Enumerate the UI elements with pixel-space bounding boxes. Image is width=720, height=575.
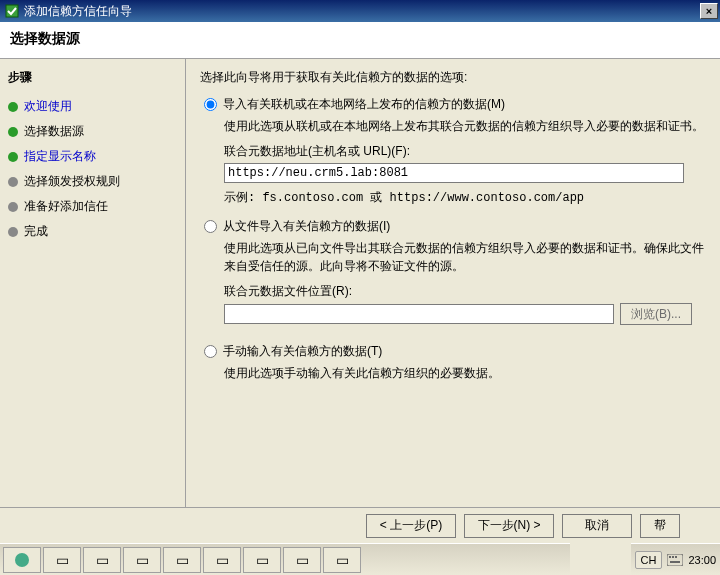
metadata-url-hint: 示例: fs.contoso.com 或 https://www.contoso… [224,189,706,206]
bullet-icon [8,227,18,237]
radio-file-label[interactable]: 从文件导入有关信赖方的数据(I) [223,218,390,235]
metadata-file-label: 联合元数据文件位置(R): [224,283,706,300]
bullet-icon [8,177,18,187]
step-label: 欢迎使用 [24,98,72,115]
browse-button[interactable]: 浏览(B)... [620,303,692,325]
bullet-icon [8,202,18,212]
step-label: 选择数据源 [24,123,84,140]
bullet-icon [8,152,18,162]
svg-rect-4 [672,556,674,558]
wizard-header: 选择数据源 [0,22,720,59]
svg-rect-2 [667,554,683,566]
radio-file[interactable] [204,220,217,233]
page-title: 选择数据源 [10,30,710,48]
step-label: 指定显示名称 [24,148,96,165]
taskbar-item[interactable]: ▭ [123,547,161,573]
taskbar-item[interactable]: ▭ [83,547,121,573]
svg-rect-6 [670,561,680,563]
option-online-metadata[interactable]: 导入有关联机或在本地网络上发布的信赖方的数据(M) [204,96,706,113]
taskbar-item[interactable]: ▭ [43,547,81,573]
option-manual[interactable]: 手动输入有关信赖方的数据(T) [204,343,706,360]
keyboard-icon[interactable] [666,551,684,569]
svg-point-1 [15,553,29,567]
taskbar-item[interactable]: ▭ [283,547,321,573]
help-button[interactable]: 帮 [640,514,680,538]
radio-manual[interactable] [204,345,217,358]
previous-button[interactable]: < 上一步(P) [366,514,456,538]
ime-indicator[interactable]: CH [635,551,663,569]
windows-icon [14,552,30,568]
app-icon [4,3,20,19]
tray-clock[interactable]: 23:00 [688,554,716,566]
taskbar: ▭ ▭ ▭ ▭ ▭ ▭ ▭ ▭ [0,543,570,575]
metadata-url-label: 联合元数据地址(主机名或 URL)(F): [224,143,706,160]
wizard-body: 步骤 欢迎使用 选择数据源 指定显示名称 选择颁发授权规则 准备好添加信任 完成… [0,59,720,539]
steps-sidebar: 步骤 欢迎使用 选择数据源 指定显示名称 选择颁发授权规则 准备好添加信任 完成 [0,59,186,539]
radio-manual-label[interactable]: 手动输入有关信赖方的数据(T) [223,343,382,360]
step-label: 准备好添加信任 [24,198,108,215]
step-label: 完成 [24,223,48,240]
start-button[interactable] [3,547,41,573]
metadata-file-input[interactable] [224,304,614,324]
svg-rect-0 [6,5,18,17]
intro-text: 选择此向导将用于获取有关此信赖方的数据的选项: [200,69,706,86]
option-file-desc: 使用此选项从已向文件导出其联合元数据的信赖方组织导入必要的数据和证书。确保此文件… [224,239,706,275]
option-online-desc: 使用此选项从联机或在本地网络上发布其联合元数据的信赖方组织导入必要的数据和证书。 [224,117,706,135]
option-manual-desc: 使用此选项手动输入有关此信赖方组织的必要数据。 [224,364,706,382]
close-button[interactable]: × [700,3,718,19]
cancel-button[interactable]: 取消 [562,514,632,538]
bullet-icon [8,127,18,137]
taskbar-item[interactable]: ▭ [203,547,241,573]
step-ready: 准备好添加信任 [8,194,177,219]
close-icon: × [706,5,712,17]
step-finish: 完成 [8,219,177,244]
wizard-button-bar: < 上一步(P) 下一步(N) > 取消 帮 [0,507,720,543]
svg-rect-5 [675,556,677,558]
radio-online[interactable] [204,98,217,111]
taskbar-item[interactable]: ▭ [323,547,361,573]
radio-online-label[interactable]: 导入有关联机或在本地网络上发布的信赖方的数据(M) [223,96,505,113]
step-select-data-source[interactable]: 选择数据源 [8,119,177,144]
option-file-import[interactable]: 从文件导入有关信赖方的数据(I) [204,218,706,235]
step-display-name[interactable]: 指定显示名称 [8,144,177,169]
system-tray: CH 23:00 [631,543,720,575]
step-welcome[interactable]: 欢迎使用 [8,94,177,119]
svg-rect-3 [669,556,671,558]
taskbar-item[interactable]: ▭ [243,547,281,573]
steps-heading: 步骤 [8,69,177,86]
step-auth-rules: 选择颁发授权规则 [8,169,177,194]
next-button[interactable]: 下一步(N) > [464,514,554,538]
window-title: 添加信赖方信任向导 [24,3,700,20]
metadata-url-input[interactable] [224,163,684,183]
titlebar: 添加信赖方信任向导 × [0,0,720,22]
step-label: 选择颁发授权规则 [24,173,120,190]
bullet-icon [8,102,18,112]
main-panel: 选择此向导将用于获取有关此信赖方的数据的选项: 导入有关联机或在本地网络上发布的… [186,59,720,539]
taskbar-item[interactable]: ▭ [163,547,201,573]
